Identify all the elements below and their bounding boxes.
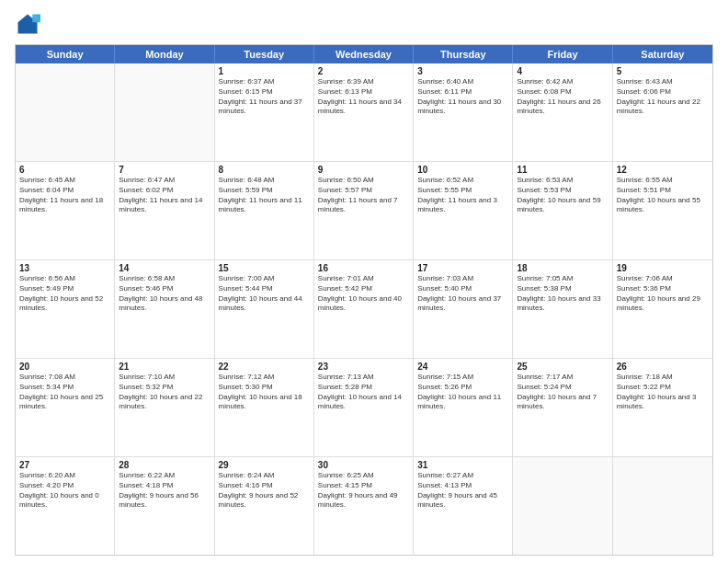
cell-info: Sunrise: 7:15 AM Sunset: 5:26 PM Dayligh…	[417, 373, 508, 412]
day-number: 8	[219, 165, 310, 175]
calendar-row-4: 27Sunrise: 6:20 AM Sunset: 4:20 PM Dayli…	[16, 456, 712, 555]
cell-info: Sunrise: 6:37 AM Sunset: 6:15 PM Dayligh…	[219, 77, 310, 117]
day-cell-9: 9Sunrise: 6:50 AM Sunset: 5:57 PM Daylig…	[314, 162, 414, 259]
day-number: 17	[417, 263, 508, 273]
calendar-header: SundayMondayTuesdayWednesdayThursdayFrid…	[16, 45, 712, 63]
cell-info: Sunrise: 6:20 AM Sunset: 4:20 PM Dayligh…	[19, 471, 110, 511]
day-cell-12: 12Sunrise: 6:55 AM Sunset: 5:51 PM Dayli…	[613, 162, 712, 259]
cell-info: Sunrise: 6:52 AM Sunset: 5:55 PM Dayligh…	[417, 176, 508, 215]
day-cell-24: 24Sunrise: 7:15 AM Sunset: 5:26 PM Dayli…	[414, 359, 513, 456]
day-cell-31: 31Sunrise: 6:27 AM Sunset: 4:13 PM Dayli…	[414, 457, 513, 555]
header-day-monday: Monday	[115, 45, 214, 63]
day-cell-3: 3Sunrise: 6:40 AM Sunset: 6:11 PM Daylig…	[414, 63, 513, 161]
cell-info: Sunrise: 7:03 AM Sunset: 5:40 PM Dayligh…	[417, 274, 508, 314]
logo	[15, 11, 44, 37]
header	[15, 11, 713, 37]
cell-info: Sunrise: 6:22 AM Sunset: 4:18 PM Dayligh…	[119, 471, 210, 511]
header-day-friday: Friday	[513, 45, 612, 63]
calendar-body: 1Sunrise: 6:37 AM Sunset: 6:15 PM Daylig…	[16, 63, 712, 555]
day-number: 9	[318, 165, 409, 175]
cell-info: Sunrise: 7:12 AM Sunset: 5:30 PM Dayligh…	[219, 373, 310, 412]
day-cell-4: 4Sunrise: 6:42 AM Sunset: 6:08 PM Daylig…	[513, 63, 612, 161]
cell-info: Sunrise: 6:53 AM Sunset: 5:53 PM Dayligh…	[517, 176, 608, 215]
day-cell-15: 15Sunrise: 7:00 AM Sunset: 5:44 PM Dayli…	[215, 260, 314, 358]
day-number: 24	[417, 362, 508, 372]
day-cell-11: 11Sunrise: 6:53 AM Sunset: 5:53 PM Dayli…	[513, 162, 612, 259]
day-cell-23: 23Sunrise: 7:13 AM Sunset: 5:28 PM Dayli…	[314, 359, 414, 456]
day-number: 1	[219, 66, 310, 76]
cell-info: Sunrise: 6:50 AM Sunset: 5:57 PM Dayligh…	[318, 176, 409, 215]
day-number: 15	[219, 263, 310, 273]
day-number: 4	[517, 66, 608, 76]
day-cell-14: 14Sunrise: 6:58 AM Sunset: 5:46 PM Dayli…	[115, 260, 214, 358]
calendar-row-1: 6Sunrise: 6:45 AM Sunset: 6:04 PM Daylig…	[16, 161, 712, 259]
day-cell-13: 13Sunrise: 6:56 AM Sunset: 5:49 PM Dayli…	[16, 260, 115, 358]
empty-cell	[115, 63, 214, 161]
calendar-row-2: 13Sunrise: 6:56 AM Sunset: 5:49 PM Dayli…	[16, 259, 712, 358]
day-number: 13	[19, 263, 110, 273]
empty-cell	[16, 63, 115, 161]
day-number: 22	[219, 362, 310, 372]
cell-info: Sunrise: 7:05 AM Sunset: 5:38 PM Dayligh…	[517, 274, 608, 314]
day-number: 2	[318, 66, 409, 76]
day-cell-27: 27Sunrise: 6:20 AM Sunset: 4:20 PM Dayli…	[16, 457, 115, 555]
cell-info: Sunrise: 6:42 AM Sunset: 6:08 PM Dayligh…	[517, 77, 608, 117]
day-cell-5: 5Sunrise: 6:43 AM Sunset: 6:06 PM Daylig…	[613, 63, 712, 161]
cell-info: Sunrise: 6:40 AM Sunset: 6:11 PM Dayligh…	[417, 77, 508, 117]
cell-info: Sunrise: 7:10 AM Sunset: 5:32 PM Dayligh…	[119, 373, 210, 412]
cell-info: Sunrise: 7:06 AM Sunset: 5:36 PM Dayligh…	[617, 274, 709, 314]
header-day-thursday: Thursday	[414, 45, 513, 63]
day-cell-18: 18Sunrise: 7:05 AM Sunset: 5:38 PM Dayli…	[513, 260, 612, 358]
empty-cell	[513, 457, 612, 555]
cell-info: Sunrise: 6:25 AM Sunset: 4:15 PM Dayligh…	[318, 471, 409, 511]
header-day-sunday: Sunday	[16, 45, 115, 63]
day-cell-6: 6Sunrise: 6:45 AM Sunset: 6:04 PM Daylig…	[16, 162, 115, 259]
header-day-wednesday: Wednesday	[314, 45, 414, 63]
cell-info: Sunrise: 6:27 AM Sunset: 4:13 PM Dayligh…	[417, 471, 508, 511]
day-number: 6	[19, 165, 110, 175]
header-day-saturday: Saturday	[613, 45, 712, 63]
cell-info: Sunrise: 6:55 AM Sunset: 5:51 PM Dayligh…	[617, 176, 709, 215]
calendar-row-0: 1Sunrise: 6:37 AM Sunset: 6:15 PM Daylig…	[16, 63, 712, 161]
day-cell-29: 29Sunrise: 6:24 AM Sunset: 4:16 PM Dayli…	[215, 457, 314, 555]
day-number: 30	[318, 460, 409, 470]
day-number: 31	[417, 460, 508, 470]
day-cell-10: 10Sunrise: 6:52 AM Sunset: 5:55 PM Dayli…	[414, 162, 513, 259]
day-number: 27	[19, 460, 110, 470]
day-number: 19	[617, 263, 709, 273]
day-cell-25: 25Sunrise: 7:17 AM Sunset: 5:24 PM Dayli…	[513, 359, 612, 456]
day-cell-2: 2Sunrise: 6:39 AM Sunset: 6:13 PM Daylig…	[314, 63, 414, 161]
day-cell-30: 30Sunrise: 6:25 AM Sunset: 4:15 PM Dayli…	[314, 457, 414, 555]
cell-info: Sunrise: 7:13 AM Sunset: 5:28 PM Dayligh…	[318, 373, 409, 412]
cell-info: Sunrise: 7:00 AM Sunset: 5:44 PM Dayligh…	[219, 274, 310, 314]
cell-info: Sunrise: 6:47 AM Sunset: 6:02 PM Dayligh…	[119, 176, 210, 215]
day-cell-19: 19Sunrise: 7:06 AM Sunset: 5:36 PM Dayli…	[613, 260, 712, 358]
header-day-tuesday: Tuesday	[215, 45, 314, 63]
day-cell-1: 1Sunrise: 6:37 AM Sunset: 6:15 PM Daylig…	[215, 63, 314, 161]
cell-info: Sunrise: 6:39 AM Sunset: 6:13 PM Dayligh…	[318, 77, 409, 117]
day-cell-22: 22Sunrise: 7:12 AM Sunset: 5:30 PM Dayli…	[215, 359, 314, 456]
day-number: 7	[119, 165, 210, 175]
day-cell-28: 28Sunrise: 6:22 AM Sunset: 4:18 PM Dayli…	[115, 457, 214, 555]
calendar: SundayMondayTuesdayWednesdayThursdayFrid…	[15, 44, 713, 556]
cell-info: Sunrise: 7:08 AM Sunset: 5:34 PM Dayligh…	[19, 373, 110, 412]
day-cell-17: 17Sunrise: 7:03 AM Sunset: 5:40 PM Dayli…	[414, 260, 513, 358]
day-number: 18	[517, 263, 608, 273]
day-number: 20	[19, 362, 110, 372]
cell-info: Sunrise: 6:58 AM Sunset: 5:46 PM Dayligh…	[119, 274, 210, 314]
page: SundayMondayTuesdayWednesdayThursdayFrid…	[0, 0, 728, 563]
day-number: 23	[318, 362, 409, 372]
empty-cell	[613, 457, 712, 555]
day-number: 25	[517, 362, 608, 372]
cell-info: Sunrise: 7:01 AM Sunset: 5:42 PM Dayligh…	[318, 274, 409, 314]
cell-info: Sunrise: 6:24 AM Sunset: 4:16 PM Dayligh…	[219, 471, 310, 511]
day-number: 14	[119, 263, 210, 273]
cell-info: Sunrise: 6:43 AM Sunset: 6:06 PM Dayligh…	[617, 77, 709, 117]
day-number: 29	[219, 460, 310, 470]
cell-info: Sunrise: 6:48 AM Sunset: 5:59 PM Dayligh…	[219, 176, 310, 215]
cell-info: Sunrise: 6:45 AM Sunset: 6:04 PM Dayligh…	[19, 176, 110, 215]
cell-info: Sunrise: 7:18 AM Sunset: 5:22 PM Dayligh…	[617, 373, 709, 412]
day-cell-26: 26Sunrise: 7:18 AM Sunset: 5:22 PM Dayli…	[613, 359, 712, 456]
day-number: 3	[417, 66, 508, 76]
day-cell-7: 7Sunrise: 6:47 AM Sunset: 6:02 PM Daylig…	[115, 162, 214, 259]
